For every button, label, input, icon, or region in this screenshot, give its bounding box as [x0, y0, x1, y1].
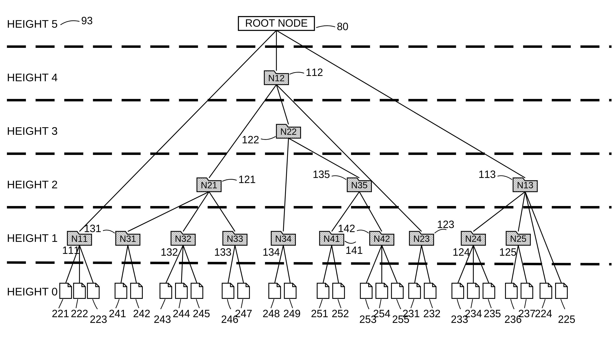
height-0-label: HEIGHT 0 — [7, 286, 58, 298]
svg-text:113: 113 — [479, 169, 496, 180]
leaf-254 — [376, 283, 388, 299]
leaf-248 — [269, 283, 281, 299]
svg-text:237: 237 — [518, 308, 536, 319]
svg-line-23 — [518, 192, 525, 232]
leaf-237 — [521, 283, 533, 299]
leaf-224 — [540, 283, 552, 299]
svg-text:254: 254 — [373, 308, 390, 319]
node-N13: N13 113 — [479, 169, 537, 192]
height-3-label: HEIGHT 3 — [7, 125, 58, 137]
node-N23: N23 123 — [409, 219, 455, 245]
svg-text:112: 112 — [306, 66, 323, 78]
leaf-232 — [424, 283, 436, 299]
svg-text:252: 252 — [332, 308, 349, 319]
node-N41: N41 141 — [319, 232, 363, 256]
svg-text:134: 134 — [262, 246, 280, 258]
svg-text:N42: N42 — [373, 234, 390, 244]
leaf-252 — [333, 283, 345, 299]
svg-text:N32: N32 — [175, 234, 191, 244]
svg-text:N34: N34 — [275, 234, 292, 244]
svg-line-30 — [128, 245, 136, 283]
node-N34: N34 134 — [262, 232, 295, 258]
svg-text:N21: N21 — [201, 180, 217, 190]
svg-line-29 — [121, 245, 128, 283]
root-node: ROOT NODE 80 — [238, 16, 348, 32]
svg-text:N31: N31 — [119, 234, 136, 244]
leaf-refs: 221 222 223 241 242 243 244 245 246 247 … — [52, 299, 575, 325]
svg-text:N22: N22 — [280, 127, 297, 137]
leaf-249 — [284, 283, 296, 299]
leaf-247 — [238, 283, 249, 299]
svg-line-17 — [128, 192, 209, 232]
svg-text:242: 242 — [133, 308, 150, 319]
svg-text:111: 111 — [62, 245, 79, 256]
leaf-255 — [392, 283, 403, 299]
svg-line-12 — [209, 85, 276, 178]
height-2-label: HEIGHT 2 — [7, 178, 58, 191]
svg-text:249: 249 — [283, 308, 301, 319]
svg-line-22 — [473, 192, 525, 232]
svg-text:222: 222 — [71, 308, 88, 319]
svg-text:131: 131 — [84, 223, 101, 234]
svg-text:N12: N12 — [268, 73, 285, 83]
svg-text:232: 232 — [423, 308, 441, 319]
svg-text:243: 243 — [154, 313, 171, 325]
svg-text:93: 93 — [81, 15, 93, 26]
svg-text:N41: N41 — [323, 234, 340, 244]
leaf-241 — [115, 283, 127, 299]
node-N32: N32 132 — [161, 232, 195, 258]
svg-text:N25: N25 — [510, 234, 526, 244]
svg-text:135: 135 — [313, 169, 330, 180]
svg-text:132: 132 — [161, 246, 178, 258]
svg-text:N35: N35 — [351, 180, 367, 190]
leaf-236 — [505, 283, 517, 299]
ref-93: 93 — [61, 15, 93, 26]
leaf-243 — [160, 283, 172, 299]
leaf-253 — [360, 283, 372, 299]
svg-text:N13: N13 — [517, 180, 533, 190]
height-labels: HEIGHT 5 HEIGHT 4 HEIGHT 3 HEIGHT 2 HEIG… — [7, 18, 58, 298]
leaf-225 — [556, 283, 567, 299]
node-N22: N22 122 — [242, 124, 301, 145]
svg-line-28 — [79, 245, 93, 283]
svg-text:241: 241 — [109, 308, 126, 319]
node-N11: N11 111 — [62, 232, 92, 256]
node-N33: N33 133 — [214, 232, 247, 258]
leaf-246 — [222, 283, 234, 299]
leaf-231 — [409, 283, 420, 299]
leaf-235 — [483, 283, 495, 299]
leaf-221 — [60, 283, 72, 299]
leaf-244 — [176, 283, 187, 299]
svg-text:125: 125 — [499, 246, 517, 258]
leaf-245 — [191, 283, 203, 299]
leaf-234 — [468, 283, 479, 299]
svg-text:ROOT NODE: ROOT NODE — [245, 17, 308, 29]
node-N24: N24 124 — [453, 232, 485, 258]
svg-text:234: 234 — [465, 308, 482, 319]
height-5-label: HEIGHT 5 — [7, 18, 58, 30]
leaf-251 — [317, 283, 329, 299]
svg-text:244: 244 — [173, 308, 190, 319]
svg-line-9 — [79, 30, 276, 231]
svg-text:251: 251 — [311, 308, 328, 319]
svg-text:N24: N24 — [465, 234, 482, 244]
leaf-242 — [131, 283, 142, 299]
svg-text:N23: N23 — [413, 234, 430, 244]
svg-line-14 — [276, 85, 421, 232]
node-N21: N21 121 — [197, 174, 256, 192]
svg-text:224: 224 — [535, 308, 552, 319]
svg-text:247: 247 — [235, 308, 252, 319]
svg-text:122: 122 — [242, 134, 259, 145]
svg-text:225: 225 — [558, 313, 575, 325]
node-N31: N31 131 — [84, 223, 140, 245]
svg-line-19 — [209, 192, 235, 232]
height-1-label: HEIGHT 1 — [7, 232, 58, 244]
svg-line-7 — [7, 262, 612, 264]
node-N12: N12 112 — [264, 66, 323, 84]
svg-text:248: 248 — [262, 308, 280, 319]
leaf-223 — [87, 283, 99, 299]
height-4-label: HEIGHT 4 — [7, 71, 58, 84]
svg-text:N33: N33 — [227, 234, 243, 244]
tree-diagram: HEIGHT 5 HEIGHT 4 HEIGHT 3 HEIGHT 2 HEIG… — [0, 0, 615, 325]
svg-line-37 — [283, 245, 290, 283]
